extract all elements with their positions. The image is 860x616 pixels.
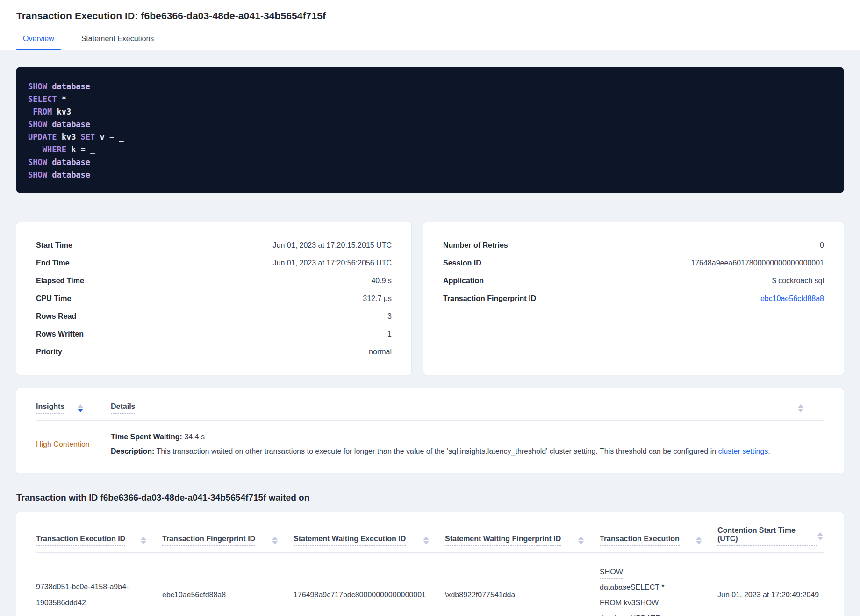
sql-line: SHOW database bbox=[28, 169, 832, 181]
summary-row: Rows Read3 bbox=[36, 308, 392, 325]
tab-statement-executions[interactable]: Statement Executions bbox=[81, 35, 154, 50]
sql-token bbox=[28, 107, 33, 116]
description-text: This transaction waited on other transac… bbox=[157, 447, 717, 455]
sql-token: SHOW bbox=[28, 82, 52, 91]
sort-arrows-icon[interactable] bbox=[141, 537, 146, 544]
summary-value: 312.7 µs bbox=[363, 294, 392, 303]
cell-transaction-execution-id: 9738d051-bc0e-4158-a9b4-1903586ddd42 bbox=[36, 579, 132, 611]
sql-statements-box: SHOW databaseSELECT * FROM kv3SHOW datab… bbox=[16, 67, 844, 193]
sort-arrows-icon[interactable] bbox=[423, 537, 429, 544]
sql-token: UPDATE bbox=[28, 132, 62, 142]
sort-up-icon bbox=[272, 537, 278, 540]
sql-token: SHOW bbox=[28, 120, 52, 129]
sql-line: WHERE k = _ bbox=[28, 143, 832, 156]
summary-row: Session ID17648a9eea60178000000000000000… bbox=[443, 254, 824, 272]
summary-row: Elapsed Time40.9 s bbox=[36, 272, 392, 290]
waited-on-column-header: Transaction Execution ID bbox=[36, 535, 162, 546]
waited-on-column-header: Transaction Execution bbox=[600, 535, 717, 546]
summary-row: Start TimeJun 01, 2023 at 17:20:15:2015 … bbox=[36, 236, 392, 254]
sort-down-icon bbox=[798, 409, 803, 412]
cell-transaction-execution-link[interactable]: SHOW databaseSELECT * FROM kv3SHOW datab… bbox=[600, 564, 684, 616]
summary-value: 17648a9eea6017800000000000000001 bbox=[691, 259, 824, 267]
insights-row: High Contention Time Spent Waiting: 34.4… bbox=[36, 421, 824, 473]
time-spent-waiting-value: 34.4 s bbox=[184, 433, 205, 441]
sql-token: database bbox=[52, 158, 90, 167]
sort-down-icon bbox=[141, 541, 146, 544]
summary-label: Number of Retries bbox=[443, 241, 508, 250]
summary-value: Jun 01, 2023 at 17:20:56:2056 UTC bbox=[273, 259, 392, 267]
cell-statement-waiting-fingerprint-id: \xdb8922f077541dda bbox=[445, 591, 600, 599]
waited-on-column-header: Statement Waiting Execution ID bbox=[294, 535, 445, 546]
time-spent-waiting-label: Time Spent Waiting: bbox=[111, 433, 182, 441]
summary-value: 3 bbox=[387, 312, 392, 321]
details-column-label[interactable]: Details bbox=[111, 402, 135, 414]
sql-token: SHOW bbox=[28, 170, 52, 179]
sql-token: database bbox=[52, 170, 90, 179]
summary-card-right: Number of Retries0Session ID17648a9eea60… bbox=[423, 222, 844, 375]
column-label[interactable]: Statement Waiting Execution ID bbox=[294, 535, 406, 546]
insights-column-label[interactable]: Insights bbox=[36, 402, 64, 414]
summary-label: Start Time bbox=[36, 241, 72, 250]
summary-value: 0 bbox=[820, 241, 824, 250]
summary-label: Transaction Fingerprint ID bbox=[443, 294, 536, 303]
summary-value: 40.9 s bbox=[371, 277, 392, 285]
column-label[interactable]: Transaction Execution bbox=[600, 535, 680, 546]
tab-overview[interactable]: Overview bbox=[23, 35, 54, 50]
summary-label: Rows Written bbox=[36, 330, 84, 338]
sort-arrows-icon[interactable] bbox=[272, 537, 278, 544]
waited-on-column-header: Statement Waiting Fingerprint ID bbox=[445, 535, 600, 546]
description-suffix: . bbox=[768, 447, 770, 455]
page-header: Transaction Execution ID: f6be6366-da03-… bbox=[0, 0, 860, 50]
column-label[interactable]: Contention Start Time (UTC) bbox=[717, 526, 817, 546]
summary-row: Prioritynormal bbox=[36, 343, 392, 361]
column-label[interactable]: Transaction Execution ID bbox=[36, 535, 125, 546]
summary-row: Number of Retries0 bbox=[443, 236, 824, 254]
sql-token: WHERE bbox=[43, 145, 71, 154]
sql-line: SHOW database bbox=[28, 80, 832, 93]
summary-row: CPU Time312.7 µs bbox=[36, 290, 392, 308]
column-label[interactable]: Statement Waiting Fingerprint ID bbox=[445, 535, 561, 546]
sql-token: k = _ bbox=[71, 145, 95, 154]
summary-label: Priority bbox=[36, 348, 62, 356]
summary-value-link[interactable]: ebc10ae56cfd88a8 bbox=[760, 294, 824, 303]
sql-line: SHOW database bbox=[28, 118, 832, 131]
sort-down-icon bbox=[272, 541, 278, 544]
waited-on-column-header: Contention Start Time (UTC) bbox=[717, 526, 824, 546]
sort-up-icon bbox=[141, 537, 146, 540]
sort-arrows-icon[interactable] bbox=[817, 532, 823, 540]
sort-arrows-icon[interactable] bbox=[798, 404, 803, 412]
insight-badge: High Contention bbox=[36, 440, 111, 449]
summary-row: Application$ cockroach sql bbox=[443, 272, 824, 290]
description-label: Description: bbox=[111, 447, 154, 455]
summary-value: $ cockroach sql bbox=[772, 277, 824, 285]
insight-details: Time Spent Waiting: 34.4 s Description: … bbox=[111, 432, 824, 457]
summary-label: End Time bbox=[36, 259, 70, 267]
sort-up-icon bbox=[798, 404, 803, 408]
sort-down-icon bbox=[696, 541, 702, 544]
sql-token: kv3 bbox=[57, 107, 71, 116]
sort-arrows-icon[interactable] bbox=[78, 404, 83, 412]
waited-on-column-header: Transaction Fingerprint ID bbox=[162, 535, 294, 546]
summary-row: Transaction Fingerprint IDebc10ae56cfd88… bbox=[443, 290, 824, 308]
sort-arrows-icon[interactable] bbox=[696, 537, 702, 544]
summary-card-left: Start TimeJun 01, 2023 at 17:20:15:2015 … bbox=[16, 222, 411, 375]
sql-token: v = _ bbox=[100, 132, 124, 142]
sort-arrows-icon[interactable] bbox=[578, 537, 584, 544]
cell-statement-waiting-execution-id: 176498a9c717bdc80000000000000001 bbox=[294, 591, 445, 599]
waited-on-heading: Transaction with ID f6be6366-da03-48de-a… bbox=[16, 493, 844, 503]
cluster-settings-link[interactable]: cluster settings bbox=[718, 447, 768, 455]
sort-down-icon bbox=[817, 537, 823, 540]
insights-table-header: Insights Details bbox=[36, 388, 824, 421]
summary-label: Rows Read bbox=[36, 312, 76, 321]
column-label[interactable]: Transaction Fingerprint ID bbox=[162, 535, 255, 546]
sort-up-icon bbox=[817, 532, 823, 536]
insight-description: Description: This transaction waited on … bbox=[111, 446, 824, 457]
sql-token: SELECT bbox=[28, 94, 62, 104]
waited-on-table-header: Transaction Execution IDTransaction Fing… bbox=[36, 512, 824, 553]
summary-value: Jun 01, 2023 at 17:20:15:2015 UTC bbox=[273, 241, 392, 250]
sort-down-icon bbox=[78, 409, 83, 412]
sort-up-icon bbox=[423, 537, 429, 540]
summary-cards-row: Start TimeJun 01, 2023 at 17:20:15:2015 … bbox=[16, 222, 844, 375]
sql-token: kv3 bbox=[62, 132, 81, 142]
sql-line: UPDATE kv3 SET v = _ bbox=[28, 131, 832, 143]
